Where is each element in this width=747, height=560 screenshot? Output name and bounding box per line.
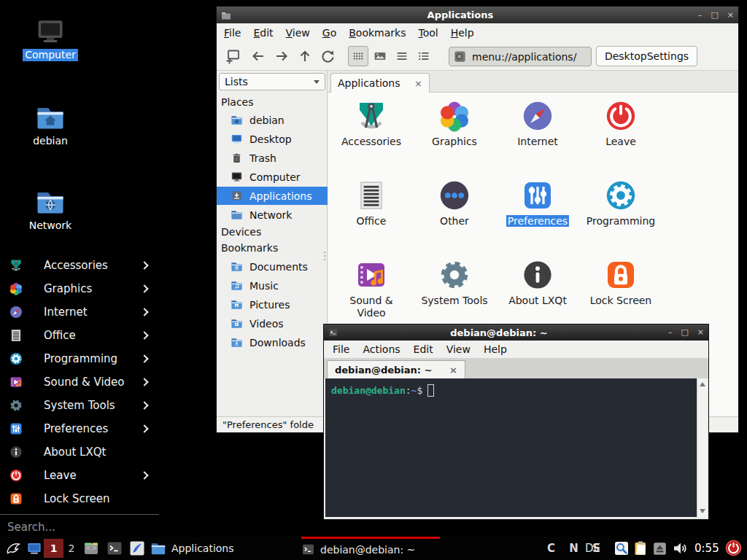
scroll-up-icon[interactable] [700,382,705,386]
desktop-settings-button[interactable]: DesktopSettings [596,46,697,66]
sidebar-item-debian[interactable]: debian [217,111,328,129]
submenu-chevron-icon [140,424,148,432]
thumbnail-view-button[interactable] [370,46,390,66]
fm-tab-applications[interactable]: Applications × [330,73,430,93]
fm-toolbar: menu://applications/ DesktopSettings [217,42,738,71]
menu-item-graphics[interactable]: Graphics [0,277,159,300]
sidebar-item-videos[interactable]: Videos [217,314,328,332]
screenshot-tray-icon[interactable] [613,540,630,557]
menu-item-programming[interactable]: Programming [0,347,159,370]
terminal-menu-view[interactable]: View [446,343,471,355]
clipboard-tray-icon[interactable] [632,540,649,557]
sidebar-splitter[interactable] [324,249,326,262]
fm-titlebar[interactable]: Applications – □ × [217,7,738,23]
fm-minimize-button[interactable]: – [698,11,703,20]
terminal-viewport[interactable]: debian@debian:~$ [325,378,707,517]
sidebar-item-pictures[interactable]: Pictures [217,295,328,314]
keyboard-layout-indicator[interactable]: DE [585,537,600,560]
grid-item-internet[interactable]: Internet [496,98,579,148]
terminal-menu-help[interactable]: Help [484,343,507,355]
fm-menu-go[interactable]: Go [322,27,336,39]
terminal-close-button[interactable]: × [697,328,704,337]
task-button-terminal[interactable]: debian@debian: ~ [301,537,440,560]
show-desktop-button[interactable] [26,540,42,557]
icon-view-button[interactable] [348,46,368,66]
fm-close-button[interactable]: × [727,11,734,20]
grid-item-office[interactable]: Office [330,178,413,228]
grid-item-other[interactable]: Other [413,178,496,228]
tab-close-icon[interactable]: × [414,78,422,89]
terminal-scrollbar[interactable] [697,378,707,517]
detailed-view-button[interactable] [414,46,434,66]
workspace-1-button[interactable]: 1 [44,539,63,558]
location-icon [453,50,467,63]
grid-item-accessories[interactable]: Accessories [330,98,413,148]
volume-tray-icon[interactable] [672,540,689,557]
terminal-minimize-button[interactable]: – [668,328,673,337]
reload-icon[interactable] [319,47,336,65]
terminal-menu-actions[interactable]: Actions [363,343,400,355]
menu-item-internet[interactable]: Internet [0,300,159,324]
scroll-down-icon[interactable] [700,509,705,513]
tab-close-icon[interactable]: × [449,365,457,376]
clock[interactable]: 0:55 [694,537,719,560]
fm-menu-help[interactable]: Help [451,27,474,39]
terminal-tab[interactable]: debian@debian: ~ × [327,360,465,378]
menu-item-system-tools[interactable]: System Tools [0,394,159,417]
sidebar-item-documents[interactable]: Documents [217,257,328,276]
desktop-icon-network[interactable]: Network [15,187,86,232]
menu-item-preferences[interactable]: Preferences [0,417,159,440]
sidebar-item-desktop[interactable]: Desktop [217,130,328,148]
terminal-launcher[interactable] [106,540,123,557]
menu-item-lock-screen[interactable]: Lock Screen [0,487,159,510]
grid-item-sound-video[interactable]: Sound & Video [330,257,413,319]
power-button[interactable] [724,539,743,557]
desktop-icon-computer[interactable]: Computer [15,16,86,61]
terminal-menu-file[interactable]: File [333,343,349,355]
fm-menu-file[interactable]: File [224,27,241,39]
compact-view-button[interactable] [392,46,412,66]
fm-tab-label: Applications [338,77,400,89]
terminal-titlebar[interactable]: debian@debian: ~ – □ × [324,324,708,341]
sidebar-item-trash[interactable]: Trash [217,149,328,167]
workspace-2-button[interactable]: 2 [66,539,77,558]
grid-item-preferences[interactable]: Preferences [496,178,579,228]
path-bar[interactable]: menu://applications/ [449,47,592,66]
grid-item-lock-screen[interactable]: Lock Screen [579,257,662,307]
new-tab-icon[interactable] [224,47,241,65]
sidebar-item-music[interactable]: Music [217,276,328,295]
grid-item-graphics[interactable]: Graphics [413,98,496,148]
fm-maximize-button[interactable]: □ [711,11,718,20]
terminal-menu-edit[interactable]: Edit [414,343,433,355]
fm-menu-bookmarks[interactable]: Bookmarks [349,27,406,39]
terminal-maximize-button[interactable]: □ [681,328,688,337]
menu-item-office[interactable]: Office [0,324,159,347]
forward-icon[interactable] [273,47,290,65]
sidebar-item-network[interactable]: Network [217,206,328,224]
grid-item-leave[interactable]: Leave [579,98,662,148]
fm-menu-view[interactable]: View [286,27,310,39]
task-button-applications[interactable]: Applications [150,537,296,560]
sidebar-mode-combo[interactable]: Lists [219,73,325,90]
grid-item-programming[interactable]: Programming [579,178,662,228]
fm-menu-tool[interactable]: Tool [418,27,438,39]
fm-menu-edit[interactable]: Edit [253,27,273,39]
file-manager-launcher[interactable] [82,540,100,557]
desktop-icon-debian[interactable]: debian [15,102,86,147]
menu-item-accessories[interactable]: Accessories [0,254,159,277]
menu-item-about-lxqt[interactable]: About LXQt [0,440,159,464]
menu-item-sound-video[interactable]: Sound & Video [0,370,159,394]
eject-tray-icon[interactable] [652,541,667,556]
grid-item-system-tools[interactable]: System Tools [413,257,496,307]
sidebar-item-applications[interactable]: Applications [217,187,328,205]
lxqt-menu-button[interactable] [4,540,22,557]
submenu-chevron-icon [140,308,148,316]
sidebar-item-downloads[interactable]: Downloads [217,333,328,351]
back-icon[interactable] [249,47,267,65]
sidebar-item-computer[interactable]: Computer [217,168,328,186]
menu-item-leave[interactable]: Leave [0,464,159,487]
applications-icon [231,190,243,202]
up-icon[interactable] [296,47,314,65]
featherpad-launcher[interactable] [128,540,146,557]
grid-item-about-lxqt[interactable]: About LXQt [496,257,579,307]
